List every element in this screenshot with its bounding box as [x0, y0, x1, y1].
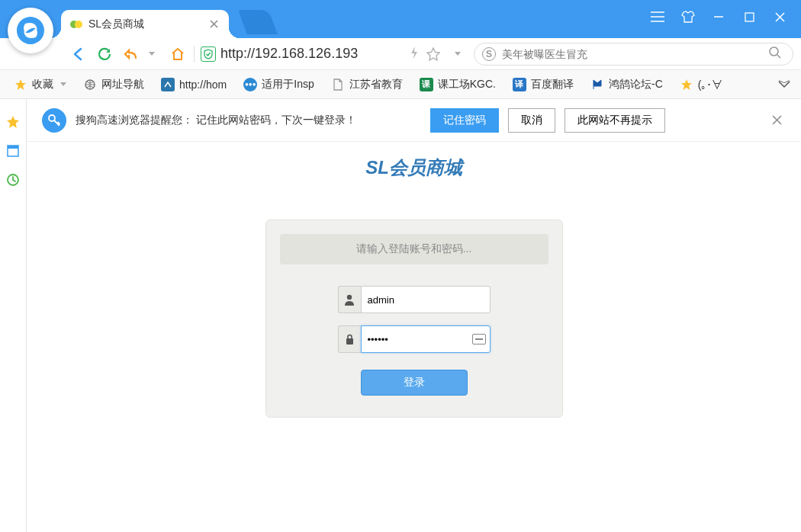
globe-icon [83, 78, 97, 91]
separator [194, 46, 195, 62]
bookmark-label: 鸿鹄论坛-C [609, 78, 663, 91]
bookmark-label: 江苏省教育 [349, 78, 403, 91]
side-panel [0, 99, 27, 532]
bookmark-label: (｡･∀ [698, 79, 723, 91]
favorite-star-icon[interactable] [423, 44, 443, 64]
back-button[interactable] [69, 44, 88, 64]
address-bar[interactable] [201, 43, 468, 65]
search-engine-icon[interactable]: S [482, 47, 496, 61]
svg-rect-10 [346, 338, 353, 345]
svg-point-9 [347, 295, 352, 300]
content-area: 搜狗高速浏览器提醒您： 记住此网站密码，下次一键登录！ 记住密码 取消 此网站不… [27, 99, 801, 532]
bookmark-item[interactable]: 课课工场KGC. [413, 75, 502, 94]
undo-dropdown[interactable] [142, 44, 162, 64]
remember-password-button[interactable]: 记住密码 [430, 108, 499, 133]
bookmark-item[interactable]: http://hom [155, 75, 233, 94]
favorites-text: 收藏 [32, 78, 53, 91]
bookmark-label: 适用于Insp [262, 78, 314, 91]
bookmarks-more-icon[interactable] [775, 80, 793, 89]
user-icon [338, 286, 361, 313]
undo-button[interactable] [121, 44, 140, 64]
file-icon [331, 78, 345, 91]
tab-favicon [70, 18, 82, 30]
password-wrap [361, 325, 491, 353]
password-row [280, 325, 548, 353]
bookmark-item[interactable]: ●●●适用于Insp [237, 75, 320, 94]
bookmark-label: 百度翻译 [531, 78, 574, 91]
favorite-dropdown[interactable] [448, 44, 468, 64]
username-input[interactable] [361, 286, 491, 313]
new-tab-button[interactable] [238, 10, 278, 34]
bookmark-label: http://hom [179, 79, 227, 91]
menu-icon[interactable] [650, 9, 665, 24]
side-favorite-icon[interactable] [5, 114, 21, 130]
minimize-button[interactable] [711, 9, 726, 24]
search-icon[interactable] [768, 46, 785, 62]
bookmark-item[interactable]: 网址导航 [77, 75, 150, 94]
browser-tab[interactable]: SL会员商城 [61, 10, 229, 38]
password-input[interactable] [361, 325, 491, 353]
page: SL会员商城 请输入登陆账号和密码... 登录 [27, 142, 801, 418]
toolbar: S [0, 38, 801, 70]
security-badge-icon[interactable] [201, 46, 216, 62]
page-title: SL会员商城 [365, 155, 462, 180]
skin-icon[interactable] [680, 9, 696, 24]
site-icon [590, 78, 604, 91]
bookmark-item[interactable]: 译百度翻译 [507, 75, 580, 94]
browser-logo[interactable] [8, 8, 53, 53]
svg-point-8 [49, 115, 55, 121]
login-button[interactable]: 登录 [361, 370, 468, 396]
bookmark-label: 网址导航 [101, 78, 144, 91]
side-panel-icon[interactable] [5, 143, 21, 159]
site-icon: ●●● [243, 78, 257, 91]
search-input[interactable] [502, 48, 762, 60]
bookmark-label: 课工场KGC. [438, 78, 496, 91]
window-controls [636, 0, 801, 34]
lock-icon [338, 325, 361, 353]
side-history-icon[interactable] [5, 172, 21, 187]
address-input[interactable] [220, 46, 405, 62]
svg-point-3 [770, 47, 778, 56]
notify-message: 搜狗高速浏览器提醒您： 记住此网站密码，下次一键登录！ [76, 114, 421, 127]
key-icon [42, 108, 66, 133]
site-icon: 译 [513, 78, 526, 91]
titlebar: SL会员商城 [0, 0, 801, 38]
site-icon: 课 [420, 78, 433, 91]
star-icon [14, 78, 27, 91]
dismiss-button[interactable]: 此网站不再提示 [565, 108, 665, 133]
bookmark-item[interactable]: 鸿鹄论坛-C [584, 75, 669, 94]
star-icon [680, 78, 693, 91]
home-button[interactable] [168, 44, 188, 64]
flash-icon[interactable] [410, 46, 419, 62]
chevron-down-icon [60, 82, 66, 86]
close-button[interactable] [772, 9, 787, 24]
search-box[interactable]: S [474, 43, 793, 66]
favorites-label[interactable]: 收藏 [8, 75, 72, 94]
site-icon [161, 78, 175, 91]
login-header: 请输入登陆账号和密码... [280, 234, 548, 264]
browser-logo-wrap [0, 0, 61, 38]
keyboard-icon[interactable] [472, 334, 486, 345]
cancel-button[interactable]: 取消 [508, 108, 555, 133]
password-notify-bar: 搜狗高速浏览器提醒您： 记住此网站密码，下次一键登录！ 记住密码 取消 此网站不… [27, 99, 801, 142]
notify-close-icon[interactable] [767, 111, 786, 130]
maximize-button[interactable] [741, 9, 757, 24]
svg-rect-6 [8, 146, 18, 149]
login-card: 请输入登陆账号和密码... 登录 [265, 220, 563, 418]
bookmark-item[interactable]: (｡･∀ [674, 75, 729, 94]
username-row [280, 286, 548, 313]
reload-button[interactable] [95, 44, 114, 64]
tab-title: SL会员商城 [88, 18, 207, 31]
svg-rect-2 [745, 13, 754, 21]
tab-close-icon[interactable] [207, 18, 220, 30]
bookmark-bar: 收藏 网址导航 http://hom ●●●适用于Insp 江苏省教育 课课工场… [0, 70, 801, 99]
bookmark-item[interactable]: 江苏省教育 [325, 75, 409, 94]
svg-point-1 [75, 21, 82, 28]
